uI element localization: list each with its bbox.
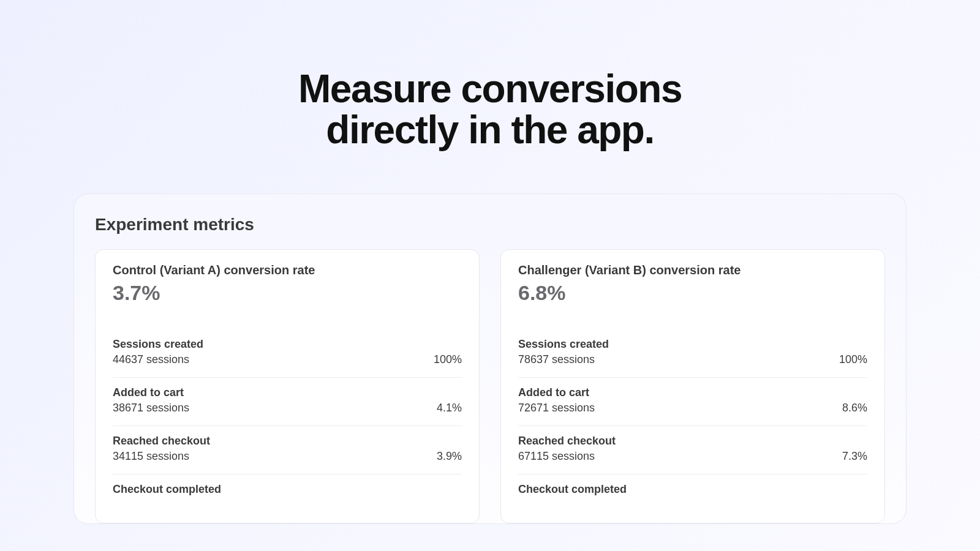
step-pct: 8.6%	[842, 402, 867, 414]
step-values: 72671 sessions 8.6%	[518, 402, 867, 414]
funnel-step: Reached checkout 34115 sessions 3.9%	[113, 426, 462, 474]
funnel-step: Sessions created 44637 sessions 100%	[113, 329, 462, 378]
step-pct: 4.1%	[437, 402, 462, 414]
step-label: Sessions created	[518, 338, 867, 351]
funnel-step: Sessions created 78637 sessions 100%	[518, 329, 867, 378]
variant-a-rate: 3.7%	[113, 281, 462, 305]
step-label: Added to cart	[518, 386, 867, 399]
variant-a-title: Control (Variant A) conversion rate	[113, 263, 462, 277]
step-count: 67115 sessions	[518, 450, 595, 463]
funnel-step: Added to cart 38671 sessions 4.1%	[113, 378, 462, 426]
variant-card-challenger: Challenger (Variant B) conversion rate 6…	[500, 249, 885, 523]
step-count: 78637 sessions	[518, 353, 595, 366]
step-label: Added to cart	[113, 386, 462, 399]
funnel-step: Checkout completed	[518, 474, 867, 509]
variant-b-rate: 6.8%	[518, 281, 867, 305]
funnel-step: Checkout completed	[113, 474, 462, 509]
step-values: 44637 sessions 100%	[113, 353, 462, 366]
step-pct: 100%	[839, 353, 867, 366]
step-values: 67115 sessions 7.3%	[518, 450, 867, 463]
step-values: 78637 sessions 100%	[518, 353, 867, 366]
step-count: 38671 sessions	[113, 402, 189, 414]
variant-card-control: Control (Variant A) conversion rate 3.7%…	[95, 249, 480, 523]
funnel-step: Added to cart 72671 sessions 8.6%	[518, 378, 867, 426]
step-label: Reached checkout	[518, 435, 867, 448]
step-pct: 3.9%	[437, 450, 462, 463]
step-count: 34115 sessions	[113, 450, 189, 463]
step-label: Reached checkout	[113, 435, 462, 448]
step-pct: 100%	[434, 353, 462, 366]
step-count: 44637 sessions	[113, 353, 189, 366]
step-values: 38671 sessions 4.1%	[113, 402, 462, 414]
panel-heading: Experiment metrics	[74, 211, 906, 249]
step-count: 72671 sessions	[518, 402, 595, 414]
headline-line-2: directly in the app.	[326, 108, 654, 152]
step-values: 34115 sessions 3.9%	[113, 450, 462, 463]
headline-line-1: Measure conversions	[298, 67, 682, 111]
step-label: Sessions created	[113, 338, 462, 351]
variant-b-title: Challenger (Variant B) conversion rate	[518, 263, 867, 277]
funnel-step: Reached checkout 67115 sessions 7.3%	[518, 426, 867, 474]
step-pct: 7.3%	[842, 450, 867, 463]
page-title: Measure conversions directly in the app.	[0, 0, 980, 151]
step-label: Checkout completed	[113, 483, 462, 496]
experiment-metrics-panel: Experiment metrics Control (Variant A) c…	[74, 193, 907, 524]
step-label: Checkout completed	[518, 483, 867, 496]
variant-cards-row: Control (Variant A) conversion rate 3.7%…	[74, 249, 906, 523]
